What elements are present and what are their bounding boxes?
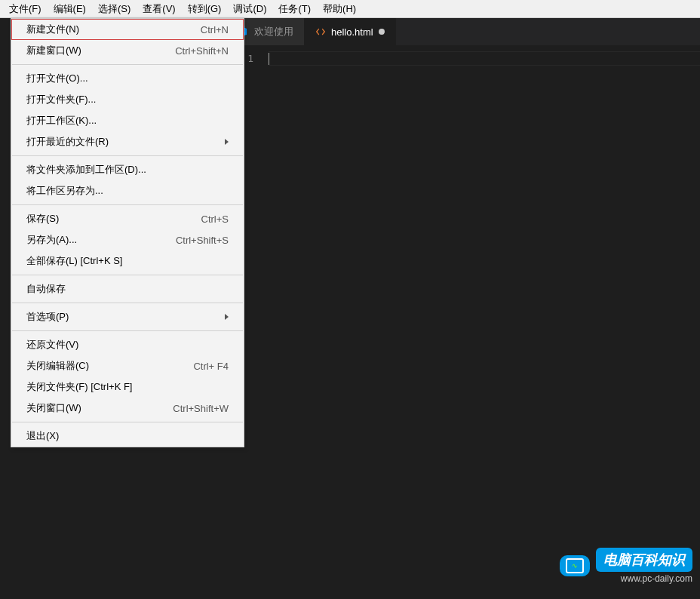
menu-item[interactable]: 关闭窗口(W)Ctrl+Shift+W bbox=[11, 398, 244, 419]
menu-item-shortcut: Ctrl+Shift+S bbox=[176, 235, 229, 246]
menu-item-label: 新建文件(N) bbox=[26, 23, 79, 36]
menu-item-label: 关闭文件夹(F) [Ctrl+K F] bbox=[26, 380, 132, 394]
text-cursor bbox=[269, 53, 269, 65]
pulse-icon: ∿ bbox=[572, 563, 578, 570]
menu-item-shortcut: Ctrl+S bbox=[201, 213, 229, 225]
menu-item[interactable]: 新建窗口(W)Ctrl+Shift+N bbox=[11, 40, 244, 61]
current-line-highlight bbox=[269, 51, 700, 66]
menu-item[interactable]: 全部保存(L) [Ctrl+K S] bbox=[11, 250, 244, 272]
menu-item[interactable]: 另存为(A)...Ctrl+Shift+S bbox=[11, 229, 244, 250]
monitor-icon: ∿ bbox=[566, 558, 584, 573]
menu-separator bbox=[12, 303, 243, 303]
menu-item-label: 将文件夹添加到工作区(D)... bbox=[26, 163, 146, 177]
menu-item[interactable]: 保存(S)Ctrl+S bbox=[11, 208, 244, 229]
menu-item[interactable]: 打开文件(O)... bbox=[11, 68, 244, 89]
menu-separator bbox=[12, 275, 243, 275]
menu-item[interactable]: 还原文件(V) bbox=[11, 334, 244, 355]
menu-item-label: 打开最近的文件(R) bbox=[26, 135, 109, 149]
menu-item[interactable]: 打开工作区(K)... bbox=[11, 110, 244, 131]
watermark-url: www.pc-daily.com bbox=[596, 573, 692, 584]
menu-debug[interactable]: 调试(D) bbox=[227, 0, 272, 18]
menu-item-shortcut: Ctrl+ F4 bbox=[193, 361, 229, 372]
menubar: 文件(F) 编辑(E) 选择(S) 查看(V) 转到(G) 调试(D) 任务(T… bbox=[0, 0, 700, 18]
menu-item-shortcut: Ctrl+Shift+W bbox=[173, 403, 229, 414]
menu-item-label: 关闭编辑器(C) bbox=[26, 359, 89, 373]
submenu-arrow-icon bbox=[225, 314, 229, 320]
menu-edit[interactable]: 编辑(E) bbox=[48, 0, 92, 18]
menu-selection[interactable]: 选择(S) bbox=[92, 0, 137, 18]
menu-item[interactable]: 关闭文件夹(F) [Ctrl+K F] bbox=[11, 376, 244, 398]
menu-item[interactable]: 首选项(P) bbox=[11, 306, 244, 327]
menu-file[interactable]: 文件(F) bbox=[3, 0, 48, 18]
menu-item[interactable]: 将工作区另存为... bbox=[11, 180, 244, 201]
menu-item-shortcut: Ctrl+N bbox=[201, 24, 229, 35]
menu-go[interactable]: 转到(G) bbox=[182, 0, 228, 18]
dirty-indicator-icon bbox=[379, 29, 385, 35]
menu-item-label: 新建窗口(W) bbox=[26, 44, 81, 57]
menu-item-label: 全部保存(L) [Ctrl+K S] bbox=[26, 254, 123, 268]
html-code-icon bbox=[315, 26, 326, 37]
menu-item-label: 将工作区另存为... bbox=[26, 184, 103, 198]
editor-body[interactable]: 1 bbox=[226, 45, 700, 599]
menu-item-label: 另存为(A)... bbox=[26, 233, 77, 247]
menu-item[interactable]: 将文件夹添加到工作区(D)... bbox=[11, 159, 244, 180]
tab-hello-html[interactable]: hello.html bbox=[305, 18, 396, 45]
menu-item-label: 首选项(P) bbox=[26, 310, 69, 324]
menu-item[interactable]: 新建文件(N)Ctrl+N bbox=[11, 19, 244, 40]
menu-tasks[interactable]: 任务(T) bbox=[272, 0, 317, 18]
menu-separator bbox=[12, 204, 243, 205]
menu-item[interactable]: 关闭编辑器(C)Ctrl+ F4 bbox=[11, 355, 244, 376]
submenu-arrow-icon bbox=[225, 139, 229, 145]
menu-separator bbox=[12, 330, 243, 331]
menu-item[interactable]: 打开文件夹(F)... bbox=[11, 89, 244, 110]
menu-item[interactable]: 自动保存 bbox=[11, 278, 244, 300]
code-content[interactable] bbox=[269, 45, 700, 599]
watermark: ∿ 电脑百科知识 www.pc-daily.com bbox=[560, 548, 692, 584]
tabs-row: 欢迎使用 hello.html bbox=[226, 18, 700, 45]
menu-item-label: 打开文件夹(F)... bbox=[26, 93, 96, 106]
watermark-brand: 电脑百科知识 bbox=[596, 548, 692, 572]
menu-item-label: 自动保存 bbox=[26, 282, 66, 296]
menu-item-label: 保存(S) bbox=[26, 212, 59, 226]
tab-label: hello.html bbox=[331, 26, 373, 38]
menu-item-label: 打开工作区(K)... bbox=[26, 114, 97, 127]
menu-item-label: 还原文件(V) bbox=[26, 338, 78, 352]
menu-item-label: 打开文件(O)... bbox=[26, 72, 88, 85]
watermark-badge: ∿ bbox=[560, 555, 590, 576]
menu-help[interactable]: 帮助(H) bbox=[317, 0, 362, 18]
menu-view[interactable]: 查看(V) bbox=[137, 0, 181, 18]
menu-separator bbox=[12, 64, 243, 65]
file-dropdown-menu: 新建文件(N)Ctrl+N新建窗口(W)Ctrl+Shift+N打开文件(O).… bbox=[11, 18, 244, 447]
menu-item-shortcut: Ctrl+Shift+N bbox=[175, 45, 229, 57]
menu-separator bbox=[12, 155, 243, 156]
menu-item[interactable]: 退出(X) bbox=[11, 425, 244, 447]
menu-item[interactable]: 打开最近的文件(R) bbox=[11, 131, 244, 152]
menu-item-label: 退出(X) bbox=[26, 429, 59, 443]
menu-separator bbox=[12, 422, 243, 422]
menu-item-label: 关闭窗口(W) bbox=[26, 401, 81, 415]
tab-label: 欢迎使用 bbox=[254, 25, 293, 38]
